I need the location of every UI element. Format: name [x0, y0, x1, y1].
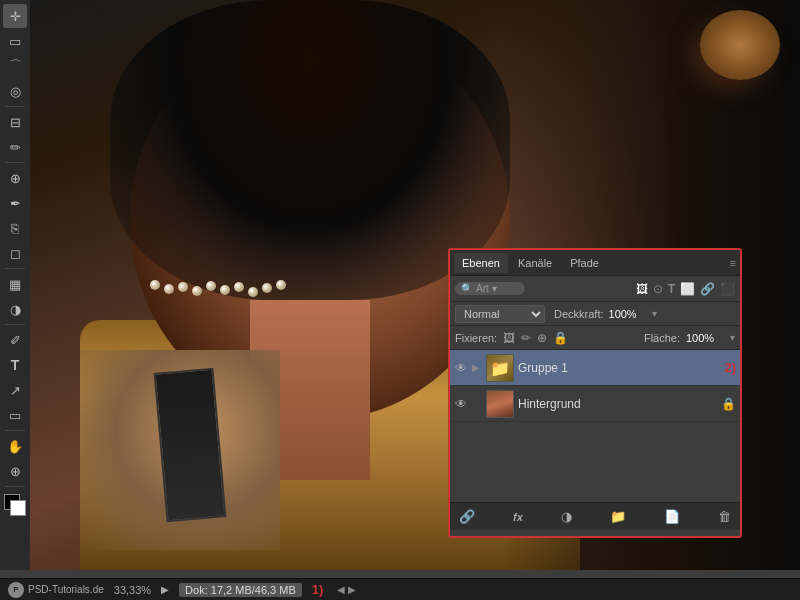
pen-tool[interactable]: ✐ [3, 328, 27, 352]
lock-artboard-btn[interactable]: ⊕ [537, 331, 547, 345]
fx-btn[interactable]: fx [510, 509, 526, 525]
layer-gruppe1-name: Gruppe 1 [518, 361, 718, 375]
clone-tool[interactable]: ⎘ [3, 216, 27, 240]
text-tool[interactable]: T [3, 353, 27, 377]
opacity-value[interactable]: 100% [609, 308, 647, 320]
filter-icon-smart[interactable]: 🔗 [700, 282, 715, 296]
logo-area: P PSD-Tutorials.de [8, 582, 104, 598]
filter-icons: 🖼 ⊙ T ⬜ 🔗 ⬛ [636, 282, 735, 296]
tab-kanaele[interactable]: Kanäle [510, 253, 560, 273]
healing-tool[interactable]: ⊕ [3, 166, 27, 190]
divider-5 [5, 430, 25, 431]
layer-hintergrund-visibility[interactable]: 👁 [454, 397, 468, 411]
create-group-btn[interactable]: 📁 [607, 507, 629, 526]
lock-all-btn[interactable]: 🔒 [553, 331, 568, 345]
shape-tool[interactable]: ▭ [3, 403, 27, 427]
lock-position-btn[interactable]: ✏ [521, 331, 531, 345]
filter-icon-toggle[interactable]: ⬛ [720, 282, 735, 296]
portrait-flower [700, 10, 780, 80]
new-fill-btn[interactable]: ◑ [558, 507, 575, 526]
layer-gruppe1-thumb: 📁 [486, 354, 514, 382]
logo-text: PSD-Tutorials.de [28, 584, 104, 595]
filter-text: Art [476, 283, 489, 294]
search-icon: 🔍 [461, 283, 473, 294]
filter-input-wrapper[interactable]: 🔍 Art ▾ [455, 282, 525, 295]
lasso-tool[interactable]: ⌒ [3, 54, 27, 78]
blend-mode-select[interactable]: Normal Multiply Screen Overlay [455, 305, 545, 323]
layer-hintergrund-name: Hintergrund [518, 397, 717, 411]
zoom-tool[interactable]: ⊕ [3, 459, 27, 483]
lock-pixels-btn[interactable]: 🖼 [503, 331, 515, 345]
nav-prev-btn[interactable]: ◀ [337, 584, 345, 595]
nav-next-btn[interactable]: ▶ [348, 584, 356, 595]
layer-hintergrund[interactable]: 👁 ▶ Hintergrund 🔒 [450, 386, 740, 422]
hand-tool[interactable]: ✋ [3, 434, 27, 458]
layer-gruppe1-annotation: 2) [724, 360, 736, 375]
gradient-tool[interactable]: ▦ [3, 272, 27, 296]
marquee-tool[interactable]: ▭ [3, 29, 27, 53]
delete-layer-btn[interactable]: 🗑 [715, 507, 734, 526]
divider-4 [5, 324, 25, 325]
link-layers-btn[interactable]: 🔗 [456, 507, 478, 526]
layer-gruppe1-expand[interactable]: ▶ [472, 362, 482, 373]
left-toolbar: ✛ ▭ ⌒ ◎ ⊟ ✏ ⊕ ✒ ⎘ ◻ ▦ ◑ ✐ T ↗ ▭ ✋ ⊕ [0, 0, 30, 570]
status-annotation: 1) [312, 582, 324, 597]
tab-pfade[interactable]: Pfade [562, 253, 607, 273]
eyedropper-tool[interactable]: ✏ [3, 135, 27, 159]
layer-gruppe1-visibility[interactable]: 👁 [454, 361, 468, 375]
layers-list: 👁 ▶ 📁 Gruppe 1 2) 👁 ▶ Hintergrund 🔒 [450, 350, 740, 502]
brush-tool[interactable]: ✒ [3, 191, 27, 215]
status-bar: P PSD-Tutorials.de 33,33% ▶ Dok: 17,2 MB… [0, 578, 800, 600]
status-nav: ◀ ▶ [337, 584, 356, 595]
layers-panel: Ebenen Kanäle Pfade ≡ 🔍 Art ▾ 🖼 ⊙ T ⬜ 🔗 … [448, 248, 742, 538]
lock-label: Fixieren: [455, 332, 497, 344]
logo-icon: P [8, 582, 24, 598]
zoom-level: 33,33% [114, 584, 151, 596]
panel-menu-button[interactable]: ≡ [730, 257, 736, 269]
new-layer-btn[interactable]: 📄 [661, 507, 683, 526]
move-tool[interactable]: ✛ [3, 4, 27, 28]
crop-tool[interactable]: ⊟ [3, 110, 27, 134]
dodge-tool[interactable]: ◑ [3, 297, 27, 321]
panel-bottom-toolbar: 🔗 fx ◑ 📁 📄 🗑 [450, 502, 740, 530]
quick-select-tool[interactable]: ◎ [3, 79, 27, 103]
divider-3 [5, 268, 25, 269]
divider-1 [5, 106, 25, 107]
divider-2 [5, 162, 25, 163]
eraser-tool[interactable]: ◻ [3, 241, 27, 265]
layer-hintergrund-thumb [486, 390, 514, 418]
doc-info[interactable]: Dok: 17,2 MB/46,3 MB [179, 583, 302, 597]
layers-empty-space [450, 422, 740, 502]
tab-ebenen[interactable]: Ebenen [454, 253, 508, 273]
layer-hintergrund-lock-icon: 🔒 [721, 397, 736, 411]
fill-value[interactable]: 100% [686, 332, 724, 344]
filter-dropdown-icon[interactable]: ▾ [492, 283, 497, 294]
blend-mode-row: Normal Multiply Screen Overlay Deckkraft… [450, 302, 740, 326]
filter-icon-type[interactable]: T [668, 282, 675, 296]
path-select-tool[interactable]: ↗ [3, 378, 27, 402]
portrait-pearls [150, 280, 350, 310]
opacity-label: Deckkraft: [554, 308, 604, 320]
divider-6 [5, 486, 25, 487]
filter-icon-adjustment[interactable]: ⊙ [653, 282, 663, 296]
opacity-dropdown-icon[interactable]: ▾ [652, 308, 657, 319]
zoom-arrow[interactable]: ▶ [161, 584, 169, 595]
panel-tabs: Ebenen Kanäle Pfade ≡ [450, 250, 740, 276]
lock-row: Fixieren: 🖼 ✏ ⊕ 🔒 Fläche: 100% ▾ [450, 326, 740, 350]
fill-label: Fläche: [644, 332, 680, 344]
filter-row: 🔍 Art ▾ 🖼 ⊙ T ⬜ 🔗 ⬛ [450, 276, 740, 302]
filter-icon-image[interactable]: 🖼 [636, 282, 648, 296]
filter-icon-shape[interactable]: ⬜ [680, 282, 695, 296]
foreground-color[interactable] [4, 494, 26, 516]
fill-dropdown-icon[interactable]: ▾ [730, 332, 735, 343]
layer-gruppe1[interactable]: 👁 ▶ 📁 Gruppe 1 2) [450, 350, 740, 386]
